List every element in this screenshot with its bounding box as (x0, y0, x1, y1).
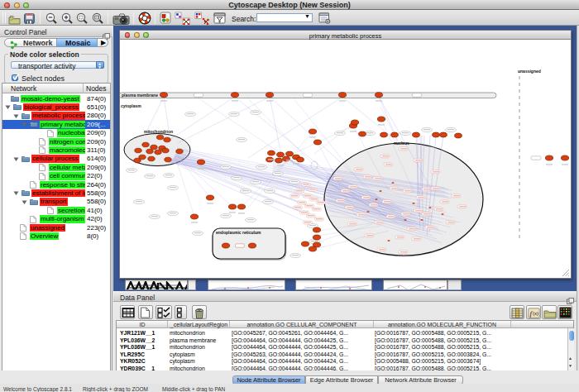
svg-text:endoplasmic reticulum: endoplasmic reticulum (216, 230, 261, 235)
svg-text:(x): (x) (533, 311, 538, 316)
svg-text:plasma membrane: plasma membrane (122, 93, 158, 98)
svg-text:unassigned: unassigned (518, 69, 541, 74)
svg-text:nucleus: nucleus (394, 141, 409, 146)
svg-text:1:1: 1:1 (95, 16, 99, 19)
svg-text:mitochondrion: mitochondrion (144, 129, 173, 134)
svg-text:cytoplasm: cytoplasm (121, 103, 141, 108)
